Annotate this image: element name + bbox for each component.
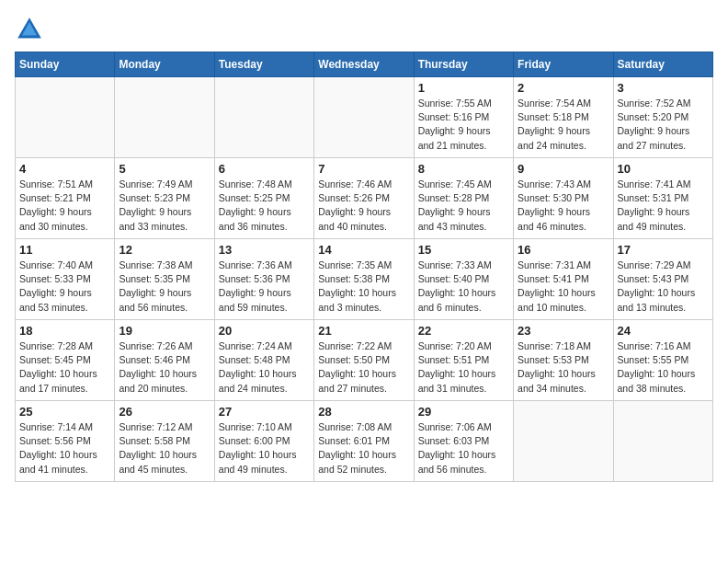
day-number: 11: [19, 243, 110, 257]
day-cell: 5Sunrise: 7:49 AM Sunset: 5:23 PM Daylig…: [115, 158, 214, 239]
day-info: Sunrise: 7:16 AM Sunset: 5:55 PM Dayligh…: [618, 339, 709, 396]
day-cell: 20Sunrise: 7:24 AM Sunset: 5:48 PM Dayli…: [214, 320, 313, 401]
day-number: 6: [219, 162, 310, 176]
day-number: 10: [618, 162, 709, 176]
day-cell: 10Sunrise: 7:41 AM Sunset: 5:31 PM Dayli…: [613, 158, 712, 239]
day-cell: 19Sunrise: 7:26 AM Sunset: 5:46 PM Dayli…: [115, 320, 214, 401]
day-number: 21: [318, 324, 409, 338]
day-cell: [214, 77, 313, 158]
day-cell: 26Sunrise: 7:12 AM Sunset: 5:58 PM Dayli…: [115, 401, 214, 482]
day-info: Sunrise: 7:06 AM Sunset: 6:03 PM Dayligh…: [418, 420, 509, 477]
calendar-body: 1Sunrise: 7:55 AM Sunset: 5:16 PM Daylig…: [16, 77, 713, 482]
day-number: 23: [518, 324, 609, 338]
calendar-table: SundayMondayTuesdayWednesdayThursdayFrid…: [15, 52, 713, 482]
day-cell: 21Sunrise: 7:22 AM Sunset: 5:50 PM Dayli…: [314, 320, 414, 401]
day-cell: 28Sunrise: 7:08 AM Sunset: 6:01 PM Dayli…: [314, 401, 414, 482]
week-row-4: 18Sunrise: 7:28 AM Sunset: 5:45 PM Dayli…: [16, 320, 713, 401]
day-number: 16: [518, 243, 609, 257]
header-cell-monday: Monday: [115, 52, 214, 77]
day-cell: 27Sunrise: 7:10 AM Sunset: 6:00 PM Dayli…: [214, 401, 313, 482]
day-number: 25: [19, 405, 110, 419]
day-info: Sunrise: 7:40 AM Sunset: 5:33 PM Dayligh…: [19, 259, 110, 315]
day-number: 18: [19, 324, 110, 338]
day-number: 1: [418, 81, 509, 95]
day-info: Sunrise: 7:29 AM Sunset: 5:43 PM Dayligh…: [618, 259, 709, 315]
day-number: 4: [19, 162, 110, 176]
day-number: 17: [618, 243, 709, 257]
day-cell: 14Sunrise: 7:35 AM Sunset: 5:38 PM Dayli…: [314, 239, 414, 320]
day-number: 12: [119, 243, 210, 257]
header-cell-saturday: Saturday: [613, 52, 712, 77]
day-cell: 15Sunrise: 7:33 AM Sunset: 5:40 PM Dayli…: [414, 239, 513, 320]
day-cell: [613, 401, 712, 482]
logo: [15, 15, 48, 44]
day-number: 8: [418, 162, 509, 176]
day-number: 15: [418, 243, 509, 257]
day-cell: 16Sunrise: 7:31 AM Sunset: 5:41 PM Dayli…: [514, 239, 613, 320]
day-info: Sunrise: 7:38 AM Sunset: 5:35 PM Dayligh…: [119, 259, 210, 315]
day-cell: 24Sunrise: 7:16 AM Sunset: 5:55 PM Dayli…: [613, 320, 712, 401]
day-cell: 17Sunrise: 7:29 AM Sunset: 5:43 PM Dayli…: [613, 239, 712, 320]
week-row-3: 11Sunrise: 7:40 AM Sunset: 5:33 PM Dayli…: [16, 239, 713, 320]
day-cell: 7Sunrise: 7:46 AM Sunset: 5:26 PM Daylig…: [314, 158, 414, 239]
day-info: Sunrise: 7:12 AM Sunset: 5:58 PM Dayligh…: [119, 420, 210, 477]
day-cell: 23Sunrise: 7:18 AM Sunset: 5:53 PM Dayli…: [514, 320, 613, 401]
day-info: Sunrise: 7:14 AM Sunset: 5:56 PM Dayligh…: [19, 420, 110, 477]
day-cell: 4Sunrise: 7:51 AM Sunset: 5:21 PM Daylig…: [16, 158, 115, 239]
header-cell-friday: Friday: [514, 52, 613, 77]
day-number: 19: [119, 324, 210, 338]
header-cell-thursday: Thursday: [414, 52, 513, 77]
day-info: Sunrise: 7:08 AM Sunset: 6:01 PM Dayligh…: [318, 420, 409, 477]
header-cell-wednesday: Wednesday: [314, 52, 414, 77]
day-info: Sunrise: 7:20 AM Sunset: 5:51 PM Dayligh…: [418, 339, 509, 396]
day-info: Sunrise: 7:22 AM Sunset: 5:50 PM Dayligh…: [318, 339, 409, 396]
day-number: 5: [119, 162, 210, 176]
day-number: 24: [618, 324, 709, 338]
day-info: Sunrise: 7:36 AM Sunset: 5:36 PM Dayligh…: [219, 259, 310, 315]
day-cell: 18Sunrise: 7:28 AM Sunset: 5:45 PM Dayli…: [16, 320, 115, 401]
day-cell: 22Sunrise: 7:20 AM Sunset: 5:51 PM Dayli…: [414, 320, 513, 401]
day-cell: [314, 77, 414, 158]
day-info: Sunrise: 7:46 AM Sunset: 5:26 PM Dayligh…: [318, 178, 409, 234]
day-number: 22: [418, 324, 509, 338]
day-number: 3: [618, 81, 709, 95]
day-info: Sunrise: 7:55 AM Sunset: 5:16 PM Dayligh…: [418, 97, 509, 153]
day-cell: [514, 401, 613, 482]
day-cell: 3Sunrise: 7:52 AM Sunset: 5:20 PM Daylig…: [613, 77, 712, 158]
day-info: Sunrise: 7:45 AM Sunset: 5:28 PM Dayligh…: [418, 178, 509, 234]
calendar-header: SundayMondayTuesdayWednesdayThursdayFrid…: [16, 52, 713, 77]
day-info: Sunrise: 7:18 AM Sunset: 5:53 PM Dayligh…: [518, 339, 609, 396]
day-info: Sunrise: 7:52 AM Sunset: 5:20 PM Dayligh…: [618, 97, 709, 153]
day-info: Sunrise: 7:26 AM Sunset: 5:46 PM Dayligh…: [119, 339, 210, 396]
day-number: 13: [219, 243, 310, 257]
day-number: 14: [318, 243, 409, 257]
day-number: 2: [518, 81, 609, 95]
day-cell: [115, 77, 214, 158]
day-number: 28: [318, 405, 409, 419]
page-header: [15, 15, 713, 44]
day-cell: 2Sunrise: 7:54 AM Sunset: 5:18 PM Daylig…: [514, 77, 613, 158]
header-row: SundayMondayTuesdayWednesdayThursdayFrid…: [16, 52, 713, 77]
day-cell: 29Sunrise: 7:06 AM Sunset: 6:03 PM Dayli…: [414, 401, 513, 482]
day-info: Sunrise: 7:48 AM Sunset: 5:25 PM Dayligh…: [219, 178, 310, 234]
day-number: 27: [219, 405, 310, 419]
day-info: Sunrise: 7:10 AM Sunset: 6:00 PM Dayligh…: [219, 420, 310, 477]
day-cell: 1Sunrise: 7:55 AM Sunset: 5:16 PM Daylig…: [414, 77, 513, 158]
day-number: 29: [418, 405, 509, 419]
day-info: Sunrise: 7:51 AM Sunset: 5:21 PM Dayligh…: [19, 178, 110, 234]
day-cell: 11Sunrise: 7:40 AM Sunset: 5:33 PM Dayli…: [16, 239, 115, 320]
day-info: Sunrise: 7:41 AM Sunset: 5:31 PM Dayligh…: [618, 178, 709, 234]
day-number: 9: [518, 162, 609, 176]
day-cell: 6Sunrise: 7:48 AM Sunset: 5:25 PM Daylig…: [214, 158, 313, 239]
day-cell: 8Sunrise: 7:45 AM Sunset: 5:28 PM Daylig…: [414, 158, 513, 239]
day-cell: 12Sunrise: 7:38 AM Sunset: 5:35 PM Dayli…: [115, 239, 214, 320]
day-cell: [16, 77, 115, 158]
day-info: Sunrise: 7:43 AM Sunset: 5:30 PM Dayligh…: [518, 178, 609, 234]
day-info: Sunrise: 7:24 AM Sunset: 5:48 PM Dayligh…: [219, 339, 310, 396]
week-row-2: 4Sunrise: 7:51 AM Sunset: 5:21 PM Daylig…: [16, 158, 713, 239]
header-cell-sunday: Sunday: [16, 52, 115, 77]
logo-icon: [15, 15, 44, 44]
day-number: 26: [119, 405, 210, 419]
week-row-5: 25Sunrise: 7:14 AM Sunset: 5:56 PM Dayli…: [16, 401, 713, 482]
day-info: Sunrise: 7:33 AM Sunset: 5:40 PM Dayligh…: [418, 259, 509, 315]
